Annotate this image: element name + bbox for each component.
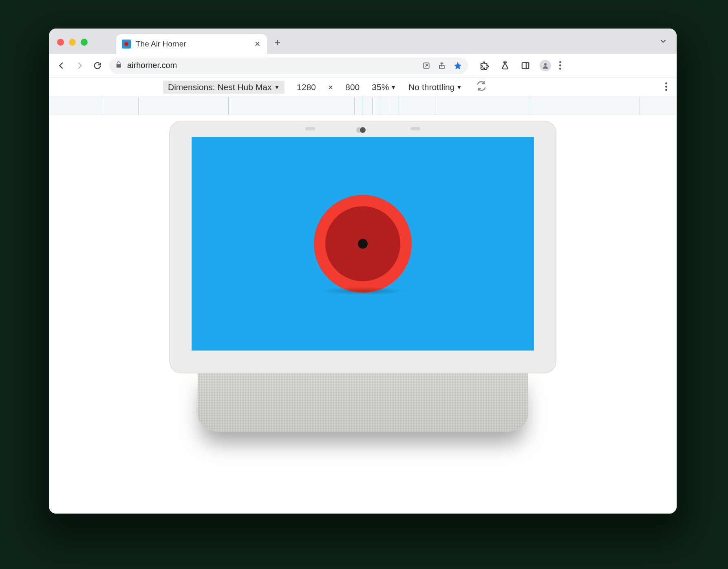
tab-strip: The Air Horner ✕ + [49,29,677,54]
url-text: airhorner.com [127,61,417,70]
zoom-value: 35% [372,82,389,92]
device-camera-bar [170,127,556,133]
viewport-content [49,115,677,514]
back-button[interactable] [55,60,68,72]
maximize-window-button[interactable] [81,39,88,46]
omnibox-actions [422,61,462,70]
air-horn-inner [325,206,400,281]
tab-title: The Air Horner [136,40,248,49]
share-icon[interactable] [438,62,446,70]
throttle-value: No throttling [408,82,454,92]
zoom-dropdown[interactable]: 35% ▼ [372,82,396,92]
viewport-height-input[interactable]: 800 [345,82,360,92]
tab-overflow-button[interactable] [659,37,668,47]
svg-point-4 [544,63,547,66]
camera-icon [360,127,366,133]
dropdown-caret-icon: ▼ [456,84,462,90]
device-speaker-base [198,371,528,432]
sensor-icon [410,127,420,130]
lock-icon [115,61,122,70]
browser-tab[interactable]: The Air Horner ✕ [116,34,267,54]
side-panel-icon[interactable] [519,60,532,72]
devtools-more-button[interactable] [665,82,668,91]
bookmark-star-icon[interactable] [453,61,462,70]
dimensions-label: Dimensions: Nest Hub Max [168,82,271,92]
new-tab-button[interactable]: + [274,36,280,49]
rotate-icon[interactable] [476,80,487,94]
air-horn-button[interactable] [314,195,412,293]
close-tab-button[interactable]: ✕ [253,40,261,49]
dropdown-caret-icon: ▼ [390,84,396,90]
device-bezel [169,121,556,373]
throttling-dropdown[interactable]: No throttling ▼ [408,82,462,92]
reload-button[interactable] [91,60,104,72]
air-horn-center-icon [358,239,368,249]
shadow [320,287,406,295]
device-frame-nest-hub-max [169,121,556,514]
browser-window: The Air Horner ✕ + airhorner.com [49,29,677,514]
toolbar-extensions [479,60,562,72]
viewport-width-input[interactable]: 1280 [297,82,316,92]
svg-rect-2 [522,62,529,68]
close-window-button[interactable] [57,39,64,46]
device-screen[interactable] [192,137,534,351]
dimension-separator: × [328,82,333,92]
dropdown-caret-icon: ▼ [274,84,280,90]
browser-menu-button[interactable] [559,61,562,70]
devtools-device-bar: Dimensions: Nest Hub Max ▼ 1280 × 800 35… [49,77,677,97]
window-controls [57,39,88,46]
open-new-icon[interactable] [422,62,430,70]
media-query-ruler[interactable] [49,97,677,115]
forward-button[interactable] [73,60,86,72]
favicon-icon [122,40,131,49]
extensions-icon[interactable] [479,60,491,72]
labs-icon[interactable] [499,60,511,72]
sensor-icon [305,127,315,130]
address-bar[interactable]: airhorner.com [109,57,468,74]
toolbar: airhorner.com [49,54,677,77]
minimize-window-button[interactable] [69,39,76,46]
profile-avatar[interactable] [540,60,551,71]
dimensions-dropdown[interactable]: Dimensions: Nest Hub Max ▼ [163,81,285,94]
